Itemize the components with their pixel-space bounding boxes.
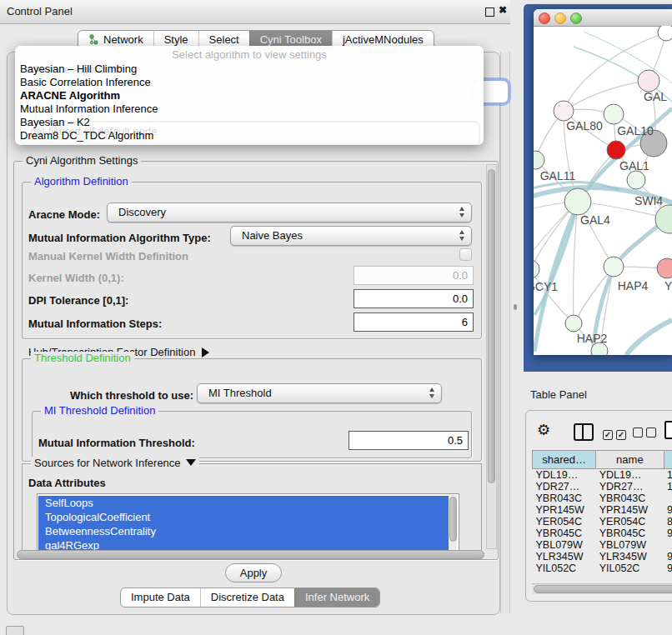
network-node[interactable] <box>564 188 591 215</box>
network-edge[interactable] <box>564 81 649 111</box>
table-cell[interactable]: YPR145W <box>596 504 664 516</box>
table-cell[interactable]: YDL19… <box>596 469 664 482</box>
mi-threshold-input[interactable] <box>349 431 469 450</box>
network-node[interactable] <box>604 104 624 124</box>
table-cell[interactable]: YDR27… <box>596 481 664 492</box>
data-attributes-scrollbar[interactable] <box>449 495 457 550</box>
column-header-name[interactable]: name <box>596 451 664 469</box>
table-cell[interactable]: 8. <box>664 516 672 528</box>
table-cell[interactable]: YER054C <box>533 516 596 528</box>
attribute-item[interactable]: BetweennessCentrality <box>38 524 450 538</box>
table-row[interactable]: YER054CYER054C8. <box>533 516 672 528</box>
table-cell[interactable]: YLR345W <box>596 551 664 562</box>
column-header-a[interactable]: A <box>664 451 672 469</box>
network-node[interactable] <box>565 315 582 332</box>
table-cell[interactable]: YBL079W <box>596 539 664 551</box>
table-cell[interactable]: 9. <box>664 528 672 539</box>
algorithm-option[interactable]: Bayesian – K2 <box>20 116 484 129</box>
network-node[interactable] <box>607 141 625 159</box>
network-node[interactable] <box>657 258 672 278</box>
table-cell[interactable]: YER054C <box>596 516 664 528</box>
dpi-tolerance-input[interactable] <box>354 289 474 308</box>
network-node[interactable] <box>604 257 624 277</box>
algorithm-option[interactable]: Bayesian – Hill Climbing <box>20 62 484 76</box>
network-node[interactable] <box>554 101 574 121</box>
table-cell[interactable]: YBL079W <box>533 539 596 551</box>
table-cell[interactable] <box>664 539 672 551</box>
tab-impute-data[interactable]: Impute Data <box>121 588 200 607</box>
table-cell[interactable]: 9. <box>664 551 672 562</box>
table-row[interactable]: YBL079WYBL079W <box>533 539 672 551</box>
new-table-icon[interactable] <box>664 421 672 439</box>
algorithm-option[interactable]: Basic Correlation Inference <box>20 76 484 89</box>
panel-divider-grip[interactable] <box>514 304 517 310</box>
attribute-item[interactable]: SelfLoops <box>38 496 450 510</box>
network-node[interactable] <box>627 171 645 189</box>
sources-legend[interactable]: Sources for Network Inference <box>31 457 199 469</box>
mi-type-combo[interactable]: Naive Bayes <box>230 226 472 246</box>
table-cell[interactable]: YPR145W <box>533 504 596 516</box>
network-node[interactable] <box>534 151 544 169</box>
gear-icon[interactable]: ⚙ <box>537 421 550 439</box>
table-row[interactable]: YDR27…YDR27…12 <box>533 481 672 492</box>
network-canvas[interactable]: GALGAL80GAL10GAL1GAL11SWI4GAL4GCY1HAP4YH… <box>534 26 672 355</box>
algorithm-option[interactable]: Dream8 DC_TDC Algorithm <box>20 129 484 142</box>
table-cell[interactable] <box>664 492 672 504</box>
kernel-width-input[interactable] <box>354 266 474 285</box>
algorithm-option[interactable]: Mutual Information Inference <box>20 102 484 116</box>
scrollbar-thumb[interactable] <box>534 585 672 593</box>
table-cell[interactable]: YBR043C <box>596 492 664 504</box>
scrollbar-thumb[interactable] <box>449 497 457 542</box>
table-cell[interactable]: YBR045C <box>596 528 664 539</box>
network-node[interactable] <box>655 205 672 233</box>
table-cell[interactable]: YLR345W <box>533 551 596 562</box>
network-node[interactable] <box>638 70 659 92</box>
scrollbar-thumb[interactable] <box>17 550 484 559</box>
table-row[interactable]: YIL052CYIL052C9. <box>533 562 672 574</box>
table-cell[interactable]: YDR27… <box>533 481 596 492</box>
network-node[interactable] <box>658 26 672 41</box>
column-header-shared[interactable]: shared… <box>533 451 596 469</box>
table-cell[interactable]: 13 <box>664 469 672 482</box>
table-cell[interactable]: YDL19… <box>533 469 596 482</box>
network-edge-highlighted[interactable] <box>626 320 672 355</box>
table-row[interactable]: YDL19…YDL19…13 <box>533 469 672 482</box>
close-traffic-light[interactable] <box>539 12 550 24</box>
table-cell[interactable]: YIL052C <box>533 562 596 574</box>
settings-vertical-scrollbar[interactable] <box>486 164 497 549</box>
close-icon[interactable]: ✖ <box>499 4 507 16</box>
network-node[interactable] <box>534 260 539 278</box>
scrollbar-thumb[interactable] <box>488 169 495 483</box>
network-window[interactable]: GALGAL80GAL10GAL1GAL11SWI4GAL4GCY1HAP4YH… <box>534 9 672 355</box>
collapsed-panel-grip[interactable] <box>6 626 24 635</box>
table-cell[interactable]: YBR045C <box>533 528 596 539</box>
table-cell[interactable]: YIL052C <box>596 562 664 574</box>
table-row[interactable]: YBR043CYBR043C <box>533 492 672 504</box>
zoom-traffic-light[interactable] <box>570 12 582 24</box>
deselect-all-checkboxes-icon[interactable] <box>633 428 659 440</box>
float-window-icon[interactable] <box>485 8 494 17</box>
table-cell[interactable]: 9. <box>664 562 672 574</box>
apply-button[interactable]: Apply <box>225 563 282 582</box>
table-cell[interactable]: YBR043C <box>533 492 596 504</box>
data-attributes-list[interactable]: SelfLoopsTopologicalCoefficientBetweenne… <box>37 493 459 553</box>
table-horizontal-scrollbar[interactable] <box>532 583 672 594</box>
tab-infer-network[interactable]: Infer Network <box>294 588 379 607</box>
mi-steps-input[interactable] <box>354 312 474 332</box>
which-threshold-combo[interactable]: MI Threshold <box>197 383 442 403</box>
manual-kernel-checkbox[interactable] <box>459 248 472 261</box>
table-row[interactable]: YPR145WYPR145W9. <box>533 504 672 516</box>
panel-vertical-scrollbar[interactable] <box>500 52 510 613</box>
tab-discretize-data[interactable]: Discretize Data <box>200 588 294 607</box>
algorithm-option[interactable]: ARACNE Algorithm <box>20 89 484 102</box>
minimize-traffic-light[interactable] <box>554 12 566 24</box>
aracne-mode-combo[interactable]: Discovery <box>107 202 472 222</box>
table-cell[interactable]: 9. <box>664 504 672 516</box>
table-row[interactable]: YBR045CYBR045C9. <box>533 528 672 539</box>
settings-horizontal-scrollbar[interactable] <box>17 550 484 559</box>
network-window-titlebar[interactable] <box>534 9 672 27</box>
split-columns-icon[interactable] <box>574 423 594 441</box>
select-all-checkboxes-icon[interactable]: ✓✓ <box>603 428 629 440</box>
attribute-item[interactable]: TopologicalCoefficient <box>38 510 450 524</box>
table-row[interactable]: YLR345WYLR345W9. <box>533 551 672 562</box>
